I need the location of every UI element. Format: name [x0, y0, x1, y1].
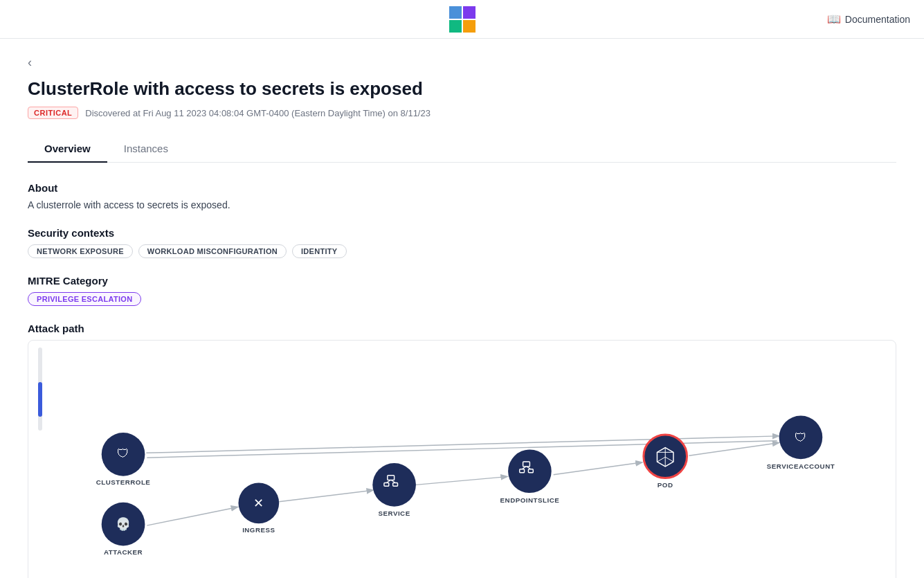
tag-identity: IDENTITY [292, 244, 347, 258]
attack-path-section: Attack path [28, 323, 896, 578]
ingress-icon: ✕ [253, 496, 264, 510]
critical-badge: CRITICAL [28, 107, 78, 119]
service-node[interactable] [372, 463, 416, 507]
svg-line-5 [689, 443, 778, 456]
clusterrole-icon: 🛡 [117, 446, 129, 460]
serviceaccount-icon: 🛡 [795, 431, 807, 444]
logo-square-bl [449, 20, 462, 33]
attack-path-title: Attack path [28, 323, 896, 334]
tab-overview[interactable]: Overview [28, 136, 107, 163]
tabs-container: Overview Instances [28, 136, 896, 163]
security-contexts-title: Security contexts [28, 227, 896, 239]
mitre-tags-row: PRIVILEGE ESCALATION [28, 292, 896, 306]
tag-privilege-escalation: PRIVILEGE ESCALATION [28, 292, 141, 306]
mitre-title: MITRE Category [28, 275, 896, 287]
about-description: A clusterrole with access to secrets is … [28, 199, 896, 210]
logo-square-tl [449, 6, 462, 19]
meta-row: CRITICAL Discovered at Fri Aug 11 2023 0… [28, 107, 896, 119]
documentation-label: Documentation [845, 14, 910, 25]
app-header: 📖 Documentation [0, 0, 924, 39]
back-button[interactable]: ‹ [28, 55, 32, 70]
svg-line-2 [279, 490, 372, 502]
logo-square-br [463, 20, 475, 33]
serviceaccount-label: SERVICEACCOUNT [767, 462, 835, 470]
logo-square-tr [463, 6, 475, 19]
attack-path-svg: 🛡 CLUSTERROLE 💀 ATTACKER ✕ INGRESS [28, 341, 896, 578]
attacker-label: ATTACKER [104, 548, 143, 556]
attacker-icon: 💀 [116, 516, 131, 532]
endpointslice-node[interactable] [508, 449, 552, 493]
about-section: About A clusterrole with access to secre… [28, 182, 896, 210]
app-logo [449, 6, 475, 33]
ingress-label: INGRESS [242, 526, 275, 534]
attack-path-diagram[interactable]: 🛡 CLUSTERROLE 💀 ATTACKER ✕ INGRESS [28, 340, 896, 578]
tag-workload-misconfiguration: WORKLOAD MISCONFIGURATION [138, 244, 287, 258]
service-label: SERVICE [379, 509, 410, 517]
security-contexts-section: Security contexts NETWORK EXPOSURE WORKL… [28, 227, 896, 258]
mitre-section: MITRE Category PRIVILEGE ESCALATION [28, 275, 896, 306]
svg-line-3 [416, 477, 507, 485]
clusterrole-label: CLUSTERROLE [96, 478, 151, 486]
book-icon: 📖 [827, 12, 841, 26]
main-content: ‹ ClusterRole with access to secrets is … [0, 39, 924, 578]
back-icon: ‹ [28, 55, 32, 70]
discovered-text: Discovered at Fri Aug 11 2023 04:08:04 G… [85, 108, 431, 118]
page-title: ClusterRole with access to secrets is ex… [28, 78, 896, 100]
tab-instances[interactable]: Instances [107, 136, 185, 163]
svg-line-4 [554, 462, 642, 475]
documentation-link[interactable]: 📖 Documentation [827, 12, 910, 26]
pod-label: POD [658, 481, 673, 489]
security-tags-row: NETWORK EXPOSURE WORKLOAD MISCONFIGURATI… [28, 244, 896, 258]
about-title: About [28, 182, 896, 194]
endpointslice-label: ENDPOINTSLICE [500, 496, 560, 504]
svg-line-1 [147, 507, 237, 525]
tag-network-exposure: NETWORK EXPOSURE [28, 244, 133, 258]
